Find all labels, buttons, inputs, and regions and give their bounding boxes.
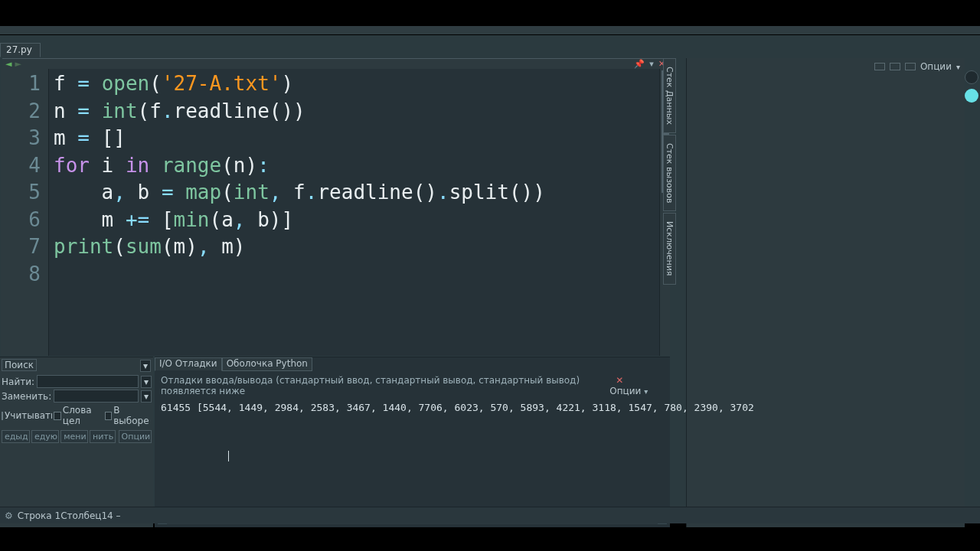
gear-icon[interactable]: ⚙	[5, 510, 13, 521]
search-panel-menu-icon[interactable]: ▾	[140, 360, 151, 372]
debug-io-panel: I/O Отладки Оболочка Python Отладки ввод…	[155, 357, 670, 527]
file-tab[interactable]: 27.py	[0, 43, 41, 57]
replace-button[interactable]: мени	[60, 430, 88, 443]
code-line[interactable]: m = []	[54, 125, 670, 152]
tab-python-shell[interactable]: Оболочка Python	[222, 357, 312, 371]
top-toolbar	[0, 26, 980, 35]
find-label: Найти:	[2, 377, 34, 387]
search-options-button[interactable]: Опции	[119, 430, 152, 443]
tab-debug-io[interactable]: I/O Отладки	[155, 357, 222, 371]
right-panel: Опции ▾	[686, 58, 965, 527]
find-history-icon[interactable]: ▾	[141, 376, 152, 388]
code-line[interactable]: print(sum(m), m)	[54, 233, 670, 261]
side-tab-exceptions[interactable]: Исключения	[663, 213, 676, 284]
file-tab-bar: 27.py	[0, 41, 674, 58]
code-line[interactable]: m += [min(a, b)]	[54, 207, 670, 234]
line-number: 2	[1, 98, 41, 126]
chevron-down-icon[interactable]: ▾	[644, 387, 648, 396]
replace-history-icon[interactable]: ▾	[141, 390, 152, 403]
line-number: 8	[1, 261, 41, 289]
right-panel-options[interactable]: Опции	[920, 61, 952, 72]
editor-tab-nav: ◄ ► 📌 ▾ ✕	[2, 58, 670, 69]
side-vertical-tabs: Стек Данных Стек вызовов Исключения	[663, 58, 677, 234]
find-input[interactable]	[37, 375, 139, 388]
checkbox-whole-words[interactable]: Слова цел	[54, 405, 103, 426]
panel-layout-icon[interactable]	[905, 63, 916, 70]
line-number: 3	[1, 125, 41, 152]
replace-label: Заменить:	[2, 391, 51, 402]
line-number: 6	[1, 207, 41, 234]
line-number: 1	[1, 70, 41, 98]
chevron-down-icon[interactable]: ▾	[956, 63, 960, 71]
code-line[interactable]: n = int(f.readline())	[54, 98, 670, 126]
line-number: 5	[1, 179, 41, 207]
replace-input[interactable]	[54, 390, 139, 403]
find-prev-button[interactable]: едыд	[2, 430, 30, 443]
text-caret	[228, 451, 229, 461]
checkbox-match-case[interactable]: Учитывать	[2, 405, 52, 426]
debug-output-text[interactable]: 61455 [5544, 1449, 2984, 2583, 3467, 144…	[155, 400, 670, 415]
code-editor[interactable]: 12345678 f = open('27-A.txt')n = int(f.r…	[1, 69, 670, 356]
replace-all-button[interactable]: нить	[90, 430, 116, 443]
line-number: 4	[1, 152, 41, 180]
debug-io-header-text: Отладки ввода/вывода (стандартный ввод, …	[161, 375, 609, 396]
status-bar: ⚙ Строка 1Столбец14 –	[0, 507, 980, 523]
side-tab-data-stack[interactable]: Стек Данных	[663, 58, 676, 133]
side-marker-icon[interactable]	[965, 70, 978, 84]
line-number: 7	[1, 233, 41, 261]
panel-layout-icon[interactable]	[890, 63, 900, 70]
ide-window: 27.py ◄ ► 📌 ▾ ✕ 12345678 f = open('27-A.…	[0, 26, 980, 523]
side-tab-call-stack[interactable]: Стек вызовов	[663, 135, 676, 211]
code-line[interactable]	[54, 261, 670, 289]
search-panel-title: Поиск	[2, 359, 37, 371]
debug-options[interactable]: Опции	[609, 386, 641, 396]
search-panel: Поиск ▾ Найти: ▾ Заменить: ▾ Учитывать С…	[0, 357, 153, 527]
code-area[interactable]: f = open('27-A.txt')n = int(f.readline()…	[49, 69, 670, 356]
pin-icon[interactable]: 📌	[634, 59, 645, 69]
debug-clear-icon[interactable]: ✕	[609, 375, 629, 386]
side-marker-icon[interactable]	[965, 89, 978, 103]
chevron-down-icon[interactable]: ▾	[649, 59, 654, 69]
nav-back-icon[interactable]: ◄	[5, 59, 11, 69]
checkbox-in-selection[interactable]: В выборе	[105, 405, 150, 426]
cursor-position-text: Строка 1Столбец14 –	[18, 510, 121, 521]
nav-forward-icon[interactable]: ►	[15, 59, 21, 69]
line-gutter: 12345678	[1, 69, 49, 356]
panel-layout-icon[interactable]	[874, 63, 885, 70]
find-next-button[interactable]: едую	[31, 430, 59, 443]
code-line[interactable]: for i in range(n):	[54, 152, 670, 180]
code-line[interactable]: f = open('27-A.txt')	[54, 70, 670, 98]
code-line[interactable]: a, b = map(int, f.readline().split())	[54, 179, 670, 207]
